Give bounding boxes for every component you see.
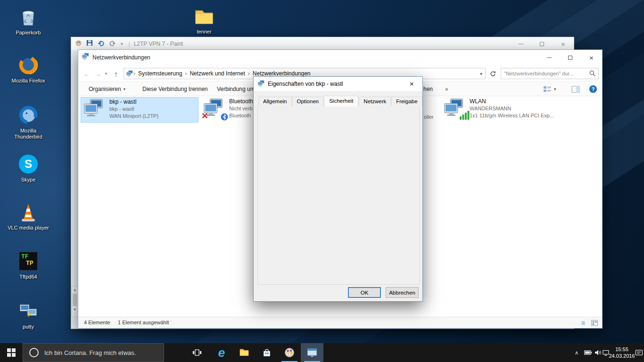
desktop-icon-label: putty <box>6 324 51 330</box>
address-dropdown-icon[interactable]: ▾ <box>480 71 483 76</box>
security-tab-panel <box>257 106 420 285</box>
recent-pages-chevron-icon[interactable]: ▾ <box>103 68 109 79</box>
desktop-icon-papierkorb[interactable]: Papierkorb <box>6 6 51 36</box>
back-icon[interactable]: ← <box>81 68 92 79</box>
details-view-icon[interactable]: ≣ <box>579 319 587 327</box>
forward-icon[interactable]: → <box>92 68 104 79</box>
edge-icon: e <box>218 346 225 359</box>
tab-sicherheit[interactable]: Sicherheit <box>324 96 358 107</box>
desktop-icon-putty[interactable]: putty <box>6 300 51 330</box>
minimize-button[interactable] <box>538 50 560 65</box>
undo-icon[interactable] <box>97 40 105 48</box>
start-button[interactable] <box>0 343 23 362</box>
rename-connection-button[interactable]: Verbindung uml <box>214 82 259 96</box>
edge-button[interactable]: e <box>210 343 233 362</box>
help-icon[interactable]: ? <box>586 82 600 96</box>
dialog-titlebar: Eigenschaften von bkp - wastl <box>254 77 422 91</box>
network-window-icon <box>306 347 318 358</box>
tab-freigabe[interactable]: Freigabe <box>391 97 422 106</box>
vlc-icon <box>17 201 40 223</box>
desktop-icon-label: tenner <box>182 29 227 35</box>
status-bar: 4 Elemente 1 Element ausgewählt ≣ <box>78 317 602 328</box>
clock-date: 24.03.2016 <box>609 353 635 359</box>
breadcrumb-item[interactable]: Netzwerkverbindungen <box>250 70 314 77</box>
taskbar-clock[interactable]: 15:55 24.03.2016 <box>609 343 635 362</box>
close-icon[interactable]: × <box>401 77 422 90</box>
disconnect-button[interactable]: Diese Verbindung trennen <box>140 82 211 96</box>
task-view-button[interactable] <box>187 343 207 362</box>
tab-allgemein[interactable]: Allgemein <box>258 97 292 106</box>
desktop-icon-label: Skype <box>6 177 51 183</box>
redo-icon[interactable] <box>109 40 116 48</box>
desktop-icon-thunderbird[interactable]: Mozilla Thunderbird <box>6 104 51 140</box>
preview-pane-icon[interactable] <box>569 82 583 96</box>
active-window-button[interactable] <box>301 343 323 362</box>
connection-status: WANDERSMANN <box>470 105 554 112</box>
connection-item-wlan[interactable]: WLAN WANDERSMANN 1x1 11b/g/n Wireless LA… <box>441 97 559 123</box>
store-button[interactable] <box>256 343 278 362</box>
selection-count: 1 Element ausgewählt <box>118 320 169 325</box>
close-button[interactable]: × <box>581 50 602 65</box>
breadcrumb-item[interactable]: Netzwerk und Internet <box>187 70 248 77</box>
disconnected-x-icon <box>202 113 208 119</box>
search-icon[interactable] <box>589 70 595 77</box>
tray-expand-icon[interactable]: ∧ <box>571 343 582 362</box>
desktop-icon-vlc[interactable]: VLC media player <box>6 201 51 231</box>
signal-bars-icon <box>460 110 470 120</box>
action-center-icon[interactable] <box>634 343 644 362</box>
search-input[interactable]: "Netzwerkverbindungen" dur... <box>501 68 599 79</box>
file-explorer-button[interactable] <box>233 343 256 362</box>
tab-netzwerk[interactable]: Netzwerk <box>359 97 391 106</box>
connection-item-bkp-wastl[interactable]: bkp - wastl bkp - wastl WAN Miniport (L2… <box>81 97 198 123</box>
bluetooth-badge-icon <box>221 113 228 121</box>
thumbnail-view-icon[interactable] <box>590 319 599 327</box>
network-connections-icon <box>82 53 90 62</box>
battery-icon[interactable] <box>583 343 593 362</box>
desktop-icon-label: VLC media player <box>6 225 51 231</box>
scroll-down-icon[interactable]: ▾ <box>72 306 78 313</box>
organize-button[interactable]: Organisieren▾ <box>86 82 128 96</box>
cortana-search[interactable]: Ich bin Cortana. Frag mich etwas. <box>23 343 164 362</box>
desktop-icon-skype[interactable]: S Skype <box>6 153 51 183</box>
connection-device: WAN Miniport (L2TP) <box>109 113 158 120</box>
cancel-button[interactable]: Abbrechen <box>386 287 419 298</box>
cortana-icon <box>29 348 39 357</box>
connection-status: Nicht verb <box>229 105 255 112</box>
connection-status: bkp - wastl <box>109 106 158 113</box>
breadcrumb-item[interactable]: Systemsteuerung <box>135 70 185 77</box>
qat-dropdown-icon[interactable]: ▾ <box>121 41 123 46</box>
connection-name: Bluetooth- <box>229 98 255 105</box>
connection-device: Bluetooth <box>229 112 255 119</box>
desktop-icon-label: Mozilla Firefox <box>6 78 51 84</box>
close-button[interactable]: × <box>553 37 574 50</box>
desktop-icon-firefox[interactable]: Mozilla Firefox <box>6 54 51 84</box>
paint-app-icon <box>75 40 82 49</box>
cortana-placeholder: Ich bin Cortana. Frag mich etwas. <box>44 349 136 356</box>
ok-button[interactable]: OK <box>348 287 381 298</box>
maximize-button[interactable] <box>560 50 581 65</box>
bluetooth-connection-icon <box>203 98 225 120</box>
minimize-button[interactable] <box>510 37 531 50</box>
toolbar-overflow-icon[interactable]: » <box>442 82 451 96</box>
view-options-icon[interactable]: ▾ <box>540 82 559 96</box>
refresh-icon[interactable] <box>487 68 498 79</box>
paint-icon <box>284 347 295 358</box>
window-title: Netzwerkverbindungen <box>92 54 150 61</box>
scroll-thumb[interactable] <box>73 294 77 306</box>
paint-scrollbar[interactable]: ▴ ▾ <box>71 286 78 317</box>
up-icon[interactable]: ↑ <box>110 68 122 79</box>
desktop-icon-tenner[interactable]: tenner <box>182 5 227 35</box>
recycle-bin-icon <box>17 6 40 28</box>
chevron-down-icon: ▾ <box>554 87 556 91</box>
vpn-properties-dialog: Eigenschaften von bkp - wastl × Allgemei… <box>253 76 423 302</box>
paint-taskbar-button[interactable] <box>278 343 301 362</box>
desktop-icon-tftpd64[interactable]: TF TP Tftpd64 <box>6 250 51 280</box>
scroll-up-icon[interactable]: ▴ <box>72 287 78 293</box>
file-explorer-icon <box>239 347 250 359</box>
skype-icon: S <box>17 153 40 175</box>
tab-optionen[interactable]: Optionen <box>292 97 324 106</box>
paint-window-title: |L2TP VPN 7 - Paint <box>129 41 183 47</box>
maximize-button[interactable] <box>531 37 553 50</box>
save-icon[interactable] <box>86 40 93 48</box>
volume-icon[interactable] <box>593 343 603 362</box>
